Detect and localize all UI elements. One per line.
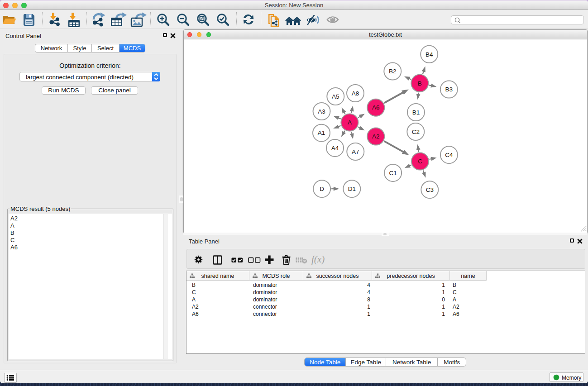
svg-text:C1: C1 [389, 170, 397, 176]
svg-text:C4: C4 [445, 152, 453, 158]
svg-text:D: D [320, 186, 324, 192]
svg-text:A: A [348, 119, 352, 126]
svg-text:A5: A5 [332, 93, 339, 100]
svg-text:A6: A6 [372, 104, 380, 111]
svg-text:A4: A4 [331, 145, 339, 152]
svg-text:B3: B3 [445, 86, 453, 93]
svg-text:C3: C3 [426, 186, 434, 193]
svg-text:A2: A2 [372, 133, 380, 140]
svg-text:A3: A3 [318, 108, 325, 115]
svg-text:D1: D1 [348, 186, 356, 192]
svg-text:C: C [418, 158, 422, 165]
svg-text:C2: C2 [412, 129, 420, 135]
svg-text:B1: B1 [412, 109, 420, 116]
svg-text:A1: A1 [318, 129, 325, 136]
svg-text:A7: A7 [352, 148, 359, 155]
svg-text:B2: B2 [389, 68, 397, 75]
svg-text:B: B [418, 80, 422, 87]
svg-text:B4: B4 [425, 51, 433, 58]
svg-text:A8: A8 [352, 90, 359, 97]
